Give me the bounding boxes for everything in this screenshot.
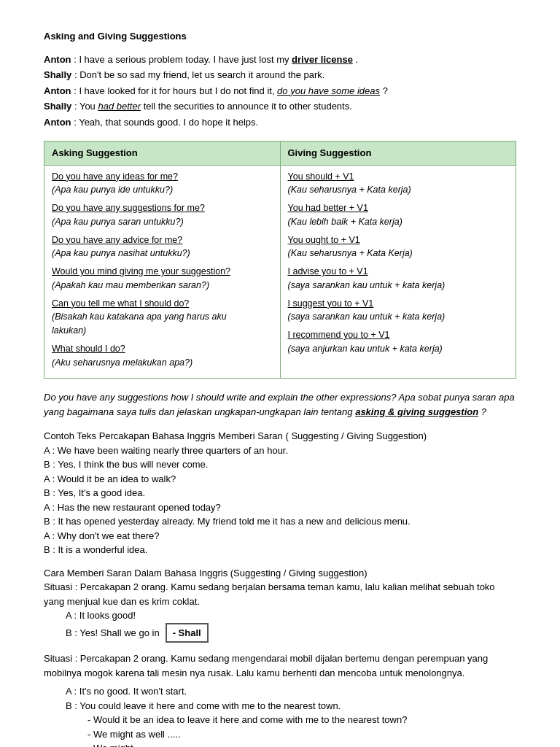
dialog-section: Anton : I have a serious problem today. … — [44, 53, 516, 130]
do-you-have-ideas: do you have some ideas — [277, 85, 380, 96]
had-better: had better — [98, 101, 141, 112]
table-header: Asking Suggestion Giving Suggestion — [44, 142, 516, 166]
cara-section: Cara Memberi Saran Dalam Bahasa Inggris … — [44, 566, 516, 643]
asking-item-4: Would you mind giving me your suggestion… — [52, 265, 273, 293]
speaker-anton-1: Anton — [44, 54, 71, 65]
speaker-shally-2: Shally — [44, 101, 71, 112]
contoh-line-4: B : Yes, It's a good idea. — [44, 486, 516, 500]
italic-question: Do you have any suggestions how I should… — [44, 390, 516, 419]
dialog-line-4: Shally : You had better tell the securit… — [44, 99, 516, 114]
contoh-title: Contoh Teks Percakapan Bahasa Inggris Me… — [44, 429, 516, 444]
speaker-anton-3: Anton — [44, 117, 71, 128]
driver-license: driver license — [292, 54, 353, 65]
situasi1-lines: A : It looks good! B : Yes! Shall we go … — [66, 608, 516, 643]
page-content: Asking and Giving Suggestions Anton : I … — [44, 29, 516, 747]
shall-badge: - Shall — [166, 623, 209, 643]
contoh-section: Contoh Teks Percakapan Bahasa Inggris Me… — [44, 429, 516, 557]
giving-col: You should + V1 (Kau seharusnya + Kata k… — [281, 166, 516, 379]
situasi2-b: B : You could leave it here and come wit… — [66, 699, 516, 713]
situasi1-b: B : Yes! Shall we go in - Shall — [66, 623, 516, 643]
cara-title: Cara Memberi Saran Dalam Bahasa Inggris … — [44, 566, 516, 581]
asking-item-5: Can you tell me what I should do? (Bisak… — [52, 297, 273, 338]
dialog-line-3: Anton : I have looked for it for hours b… — [44, 84, 516, 98]
giving-item-5: I suggest you to + V1 (saya sarankan kau… — [288, 297, 509, 325]
situasi2-text: Situasi : Percakapan 2 orang. Kamu sedan… — [44, 651, 516, 680]
situasi2-section: Situasi : Percakapan 2 orang. Kamu sedan… — [44, 651, 516, 747]
giving-item-6: I recommend you to + V1 (saya anjurkan k… — [288, 328, 509, 356]
asking-giving-link: asking & giving suggestion — [355, 406, 478, 417]
speaker-shally-1: Shally — [44, 69, 71, 80]
situasi2-sub1: - Would it be an idea to leave it here a… — [88, 713, 516, 727]
dialog-line-5: Anton : Yeah, that sounds good. I do hop… — [44, 115, 516, 130]
giving-header: Giving Suggestion — [281, 142, 516, 166]
table-body: Do you have any ideas for me? (Apa kau p… — [44, 166, 516, 379]
situasi2-sub3: - We might ..... — [88, 741, 516, 747]
giving-item-1: You should + V1 (Kau seharusnya + Kata k… — [288, 170, 509, 198]
asking-col: Do you have any ideas for me? (Apa kau p… — [44, 166, 281, 379]
giving-item-2: You had better + V1 (Kau lebih baik + Ka… — [288, 201, 509, 229]
situasi1-a: A : It looks good! — [66, 608, 516, 623]
asking-item-1: Do you have any ideas for me? (Apa kau p… — [52, 170, 273, 198]
asking-item-3: Do you have any advice for me? (Apa kau … — [52, 233, 273, 261]
contoh-line-7: A : Why don't we eat there? — [44, 529, 516, 543]
dialog-line-1: Anton : I have a serious problem today. … — [44, 53, 516, 67]
giving-item-3: You ought to + V1 (Kau seharusnya + Kata… — [288, 233, 509, 261]
situasi1-text: Situasi : Percakapan 2 orang. Kamu sedan… — [44, 580, 516, 608]
contoh-line-5: A : Has the new restaurant opened today? — [44, 500, 516, 515]
contoh-line-2: B : Yes, I think the bus will never come… — [44, 457, 516, 472]
contoh-line-3: A : Would it be an idea to walk? — [44, 472, 516, 487]
contoh-line-8: B : It is a wonderful idea. — [44, 543, 516, 557]
dialog-line-2: Shally : Don't be so sad my friend, let … — [44, 68, 516, 82]
contoh-line-1: A : We have been waiting nearly three qu… — [44, 444, 516, 458]
situasi2-a: A : It's no good. It won't start. — [66, 684, 516, 699]
speaker-anton-2: Anton — [44, 85, 71, 96]
asking-item-2: Do you have any suggestions for me? (Apa… — [52, 201, 273, 229]
page-title: Asking and Giving Suggestions — [44, 29, 516, 44]
asking-item-6: What should I do? (Aku seharusnya melaku… — [52, 342, 273, 370]
asking-header: Asking Suggestion — [44, 142, 281, 166]
contoh-line-6: B : It has opened yesterday already. My … — [44, 514, 516, 529]
suggestion-table: Asking Suggestion Giving Suggestion Do y… — [44, 141, 516, 379]
situasi2-sub2: - We might as well ..... — [88, 727, 516, 742]
giving-item-4: I advise you to + V1 (saya sarankan kau … — [288, 265, 509, 293]
situasi2-lines: A : It's no good. It won't start. B : Yo… — [66, 684, 516, 747]
